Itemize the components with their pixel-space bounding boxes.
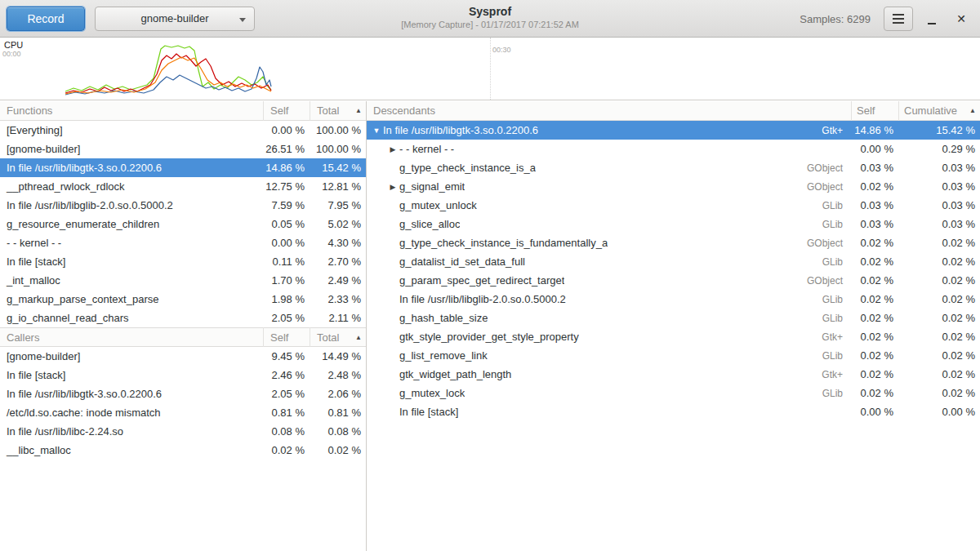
function-name: __pthread_rwlock_rdlock: [0, 177, 263, 196]
table-row[interactable]: ▼ In file /usr/lib/libgtk-3.so.0.2200.6 …: [367, 121, 980, 140]
table-row[interactable]: In file /usr/lib/libglib-2.0.so.0.5000.2…: [367, 290, 980, 309]
table-row[interactable]: ▶ g_signal_emit GObject 0.02 % 0.03 %: [367, 177, 980, 196]
table-row[interactable]: g_slice_alloc GLib 0.03 % 0.03 %: [367, 215, 980, 233]
descendants-column-header[interactable]: Descendants: [367, 101, 851, 121]
total-percent: 4.30 %: [310, 233, 366, 252]
function-name: In file [stack]: [399, 406, 458, 418]
table-row[interactable]: __libc_malloc 0.02 % 0.02 %: [0, 441, 366, 460]
table-row[interactable]: g_hash_table_size GLib 0.02 % 0.02 %: [367, 309, 980, 327]
table-row[interactable]: - - kernel - - 0.00 % 4.30 %: [0, 233, 366, 252]
functions-column-header[interactable]: Functions: [0, 101, 263, 121]
sort-ascending-icon: ▲: [969, 107, 976, 114]
library-badge: GLib: [822, 350, 851, 362]
callers-self-column-header[interactable]: Self: [263, 327, 310, 347]
process-selector-dropdown[interactable]: gnome-builder: [95, 7, 255, 31]
function-name: g_type_check_instance_is_fundamentally_a: [399, 237, 608, 249]
expander-icon[interactable]: ▼: [372, 127, 381, 135]
callers-total-column-header[interactable]: Total ▲: [310, 327, 366, 347]
self-percent: 0.03 %: [851, 196, 898, 215]
table-row[interactable]: In file [stack] 0.00 % 0.00 %: [367, 402, 980, 421]
table-row[interactable]: g_io_channel_read_chars 2.05 % 2.11 %: [0, 309, 366, 327]
expander-icon[interactable]: ▶: [388, 183, 398, 191]
library-badge: GObject: [807, 162, 851, 174]
descendants-self-column-header[interactable]: Self: [851, 101, 898, 121]
table-row[interactable]: g_markup_parse_context_parse 1.98 % 2.33…: [0, 290, 366, 309]
table-row[interactable]: In file /usr/lib/libgtk-3.so.0.2200.6 14…: [0, 158, 366, 177]
table-row[interactable]: In file /usr/lib/libglib-2.0.so.0.5000.2…: [0, 196, 366, 215]
self-percent: 14.86 %: [851, 121, 898, 140]
table-row[interactable]: gtk_widget_path_length Gtk+ 0.02 % 0.02 …: [367, 365, 980, 384]
total-percent: 2.48 %: [310, 366, 366, 384]
sort-ascending-icon: ▲: [355, 334, 362, 341]
table-row[interactable]: [gnome-builder] 9.45 % 14.49 %: [0, 347, 366, 366]
table-row[interactable]: g_resource_enumerate_children 0.05 % 5.0…: [0, 215, 366, 233]
expander-icon[interactable]: ▶: [388, 145, 398, 153]
hamburger-icon: [893, 14, 904, 24]
cumulative-column-label: Cumulative: [904, 104, 957, 117]
close-button[interactable]: ✕: [951, 7, 972, 31]
function-name: In file /usr/lib/libgtk-3.so.0.2200.6: [0, 384, 263, 403]
descendant-name-cell: g_type_check_instance_is_a GObject: [367, 158, 851, 177]
total-percent: 12.81 %: [310, 177, 366, 196]
functions-self-column-header[interactable]: Self: [263, 101, 310, 121]
self-percent: 0.02 %: [851, 346, 898, 365]
table-row[interactable]: g_datalist_id_set_data_full GLib 0.02 % …: [367, 252, 980, 271]
total-percent: 0.81 %: [310, 403, 366, 422]
table-row[interactable]: g_param_spec_get_redirect_target GObject…: [367, 271, 980, 290]
function-name: g_signal_emit: [399, 180, 465, 193]
descendant-name-cell: g_list_remove_link GLib: [367, 346, 851, 365]
descendants-cumulative-column-header[interactable]: Cumulative ▲: [898, 101, 980, 121]
table-row[interactable]: In file [stack] 0.11 % 2.70 %: [0, 252, 366, 271]
table-row[interactable]: g_type_check_instance_is_a GObject 0.03 …: [367, 158, 980, 177]
self-percent: 14.86 %: [263, 158, 310, 177]
table-row[interactable]: ▶ - - kernel - - 0.00 % 0.29 %: [367, 140, 980, 158]
cpu-timeline[interactable]: CPU 00:00 00:30: [0, 38, 980, 100]
minimize-icon: [928, 23, 936, 24]
library-badge: GObject: [807, 238, 851, 249]
self-percent: 0.02 %: [851, 384, 898, 402]
table-row[interactable]: g_list_remove_link GLib 0.02 % 0.02 %: [367, 346, 980, 365]
table-row[interactable]: g_mutex_lock GLib 0.02 % 0.02 %: [367, 384, 980, 402]
self-percent: 0.11 %: [263, 252, 310, 271]
total-percent: 2.11 %: [310, 309, 366, 327]
table-row[interactable]: /etc/ld.so.cache: inode mismatch 0.81 % …: [0, 403, 366, 422]
descendant-name-cell: gtk_style_provider_get_style_property Gt…: [367, 327, 851, 346]
total-percent: 100.00 %: [310, 121, 366, 140]
table-row[interactable]: _int_malloc 1.70 % 2.49 %: [0, 271, 366, 290]
time-label-mid: 00:30: [492, 46, 511, 54]
function-name: - - kernel - -: [399, 143, 454, 155]
function-name: In file /usr/lib/libgtk-3.so.0.2200.6: [383, 124, 538, 136]
total-percent: 2.49 %: [310, 271, 366, 290]
callers-column-header[interactable]: Callers: [0, 327, 263, 347]
table-row[interactable]: In file /usr/lib/libc-2.24.so 0.08 % 0.0…: [0, 422, 366, 441]
minimize-button[interactable]: [921, 7, 942, 31]
table-row[interactable]: In file /usr/lib/libgtk-3.so.0.2200.6 2.…: [0, 384, 366, 403]
chevron-down-icon: [239, 18, 246, 22]
self-percent: 0.03 %: [851, 215, 898, 233]
function-name: [gnome-builder]: [0, 347, 263, 366]
cpu-label: CPU: [4, 40, 23, 50]
table-row[interactable]: [gnome-builder] 26.51 % 100.00 %: [0, 140, 366, 158]
table-row[interactable]: In file [stack] 2.46 % 2.48 %: [0, 366, 366, 384]
table-row[interactable]: gtk_style_provider_get_style_property Gt…: [367, 327, 980, 346]
cumulative-percent: 0.00 %: [898, 402, 980, 421]
descendant-name-cell: g_mutex_lock GLib: [367, 384, 851, 402]
functions-total-column-header[interactable]: Total ▲: [310, 101, 366, 121]
sort-ascending-icon: ▲: [355, 107, 362, 114]
self-percent: 0.02 %: [851, 271, 898, 290]
table-row[interactable]: g_type_check_instance_is_fundamentally_a…: [367, 233, 980, 252]
menu-button[interactable]: [884, 7, 913, 31]
total-percent: 2.70 %: [310, 252, 366, 271]
self-percent: 0.03 %: [851, 158, 898, 177]
self-percent: 0.81 %: [263, 403, 310, 422]
record-button[interactable]: Record: [7, 7, 85, 31]
callers-table: [gnome-builder] 9.45 % 14.49 % In file […: [0, 347, 366, 460]
self-percent: 0.02 %: [851, 233, 898, 252]
table-row[interactable]: g_mutex_unlock GLib 0.03 % 0.03 %: [367, 196, 980, 215]
table-row[interactable]: __pthread_rwlock_rdlock 12.75 % 12.81 %: [0, 177, 366, 196]
function-name: g_datalist_id_set_data_full: [399, 256, 525, 268]
self-percent: 12.75 %: [263, 177, 310, 196]
function-name: g_hash_table_size: [399, 312, 488, 324]
function-name: In file [stack]: [0, 366, 263, 384]
table-row[interactable]: [Everything] 0.00 % 100.00 %: [0, 121, 366, 140]
